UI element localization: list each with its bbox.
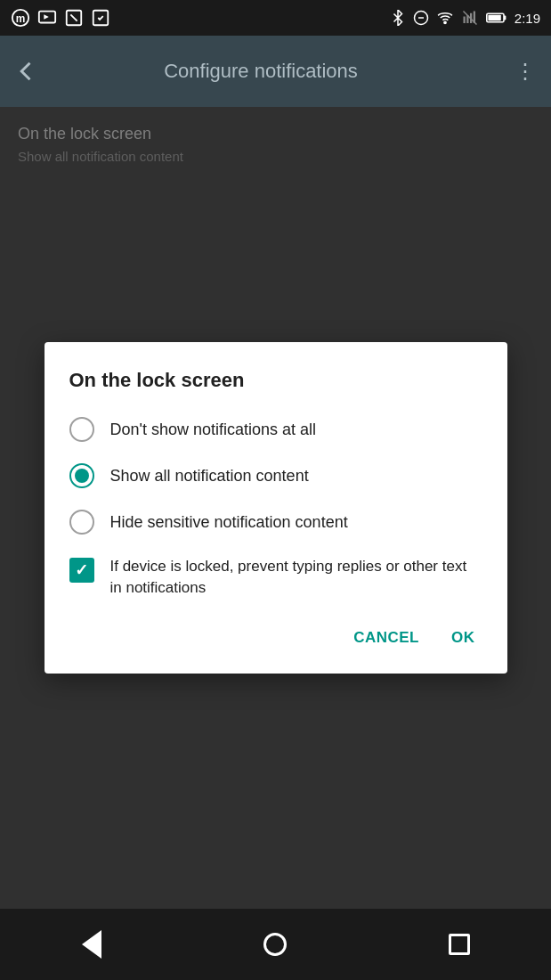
dialog-actions: CANCEL OK <box>69 620 482 656</box>
nav-bar <box>0 909 551 980</box>
background-area: On the lock screen Show all notification… <box>0 107 551 909</box>
page-title: Configure notifications <box>25 60 497 83</box>
nav-home-button[interactable] <box>253 922 297 967</box>
svg-line-5 <box>70 14 77 20</box>
checkbox-prevent-typing-label: If device is locked, prevent typing repl… <box>110 556 482 599</box>
radio-item-no-show[interactable]: Don't show notifications at all <box>69 417 482 442</box>
status-bar: m <box>0 0 551 36</box>
ok-button[interactable]: OK <box>444 620 482 656</box>
dialog-overlay: On the lock screen Don't show notificati… <box>0 107 551 909</box>
radio-show-all[interactable] <box>69 463 94 488</box>
radio-hide-sensitive-label: Hide sensitive notification content <box>110 513 348 532</box>
notification-icon-4 <box>91 8 110 28</box>
notification-icon-1: m <box>11 8 30 28</box>
minus-circle-icon <box>413 10 429 26</box>
dialog: On the lock screen Don't show notificati… <box>45 342 507 674</box>
battery-icon <box>486 10 507 26</box>
radio-item-show-all[interactable]: Show all notification content <box>69 463 482 488</box>
top-bar: Configure notifications ⋮ <box>0 36 551 107</box>
recents-nav-icon <box>449 934 470 955</box>
checkbox-check-icon: ✓ <box>75 560 88 580</box>
status-bar-right: 2:19 <box>390 10 540 26</box>
home-nav-icon <box>263 933 287 956</box>
back-nav-icon <box>82 930 101 959</box>
svg-rect-17 <box>488 15 500 20</box>
radio-no-show-label: Don't show notifications at all <box>110 421 317 439</box>
radio-no-show[interactable] <box>69 417 94 442</box>
bluetooth-icon <box>390 10 406 26</box>
radio-show-all-inner <box>75 469 89 483</box>
wifi-icon <box>436 10 454 26</box>
dialog-title: On the lock screen <box>69 369 482 392</box>
svg-rect-10 <box>463 17 465 24</box>
svg-point-9 <box>444 21 446 23</box>
signal-blocked-icon <box>461 10 479 26</box>
radio-show-all-label: Show all notification content <box>110 467 309 486</box>
notification-icon-2 <box>37 8 57 28</box>
radio-item-hide-sensitive[interactable]: Hide sensitive notification content <box>69 510 482 535</box>
svg-marker-3 <box>44 14 49 19</box>
status-bar-left: m <box>11 8 110 28</box>
checkbox-prevent-typing[interactable]: ✓ <box>69 558 94 583</box>
time-display: 2:19 <box>515 11 540 26</box>
nav-back-button[interactable] <box>69 922 114 967</box>
more-options-icon[interactable]: ⋮ <box>515 59 537 84</box>
nav-recents-button[interactable] <box>437 922 482 967</box>
svg-rect-16 <box>504 16 506 20</box>
radio-hide-sensitive[interactable] <box>69 510 94 535</box>
notification-icon-3 <box>64 8 84 28</box>
cancel-button[interactable]: CANCEL <box>346 620 426 656</box>
checkbox-item-prevent-typing[interactable]: ✓ If device is locked, prevent typing re… <box>69 556 482 599</box>
svg-text:m: m <box>16 12 26 25</box>
